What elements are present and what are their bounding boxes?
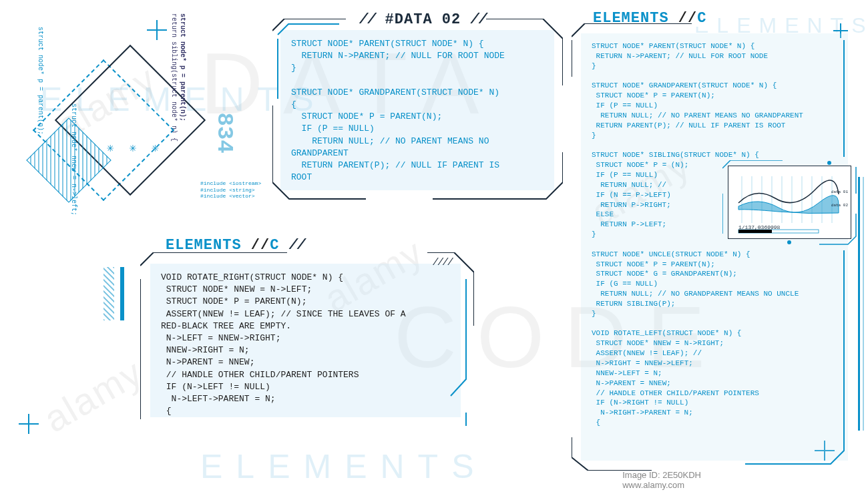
solid-bar	[120, 267, 124, 320]
chart-legend-1: data 01	[831, 190, 848, 194]
vert-code-2: return sibling(struct node* n) {	[170, 13, 178, 142]
panel-title-elements-right: ELEMENTS //C	[588, 10, 712, 27]
chart-legend-2: data 02	[831, 203, 848, 208]
panel-data-02: STRUCT NODE* PARENT(STRUCT NODE* N) { RE…	[280, 30, 554, 190]
code-block-data02: STRUCT NODE* PARENT(STRUCT NODE* N) { RE…	[280, 30, 554, 192]
hash-bar	[103, 267, 114, 320]
vert-code-1: struct node* p = parent(n);	[37, 27, 44, 135]
vert-code-4: struct node* nnew = n->left;	[70, 103, 77, 216]
mini-chart: 1/137,0369998 data 01 data 02	[728, 166, 851, 239]
slash-decor: ////	[433, 257, 453, 268]
panel-elements-c-left: VOID ROTATE_RIGHT(STRUCT NODE* N) { STRU…	[150, 264, 461, 417]
star-row-icon: ✳ ✳ ✳	[107, 140, 163, 155]
watermark-4: alamy	[36, 350, 150, 441]
right-accent-bar-2	[863, 177, 864, 431]
bg-text-elements-2: ELEMENTS	[200, 447, 487, 486]
panel-title-data02: // #DATA 02 //	[354, 11, 492, 28]
chart-value: 1/137,0369998	[738, 224, 780, 230]
include-lines: #include <iostream>#include <string>#inc…	[200, 180, 261, 200]
crosshair-icon	[19, 414, 39, 434]
watermark-ref: Image ID: 2E50KDH www.alamy.com	[622, 470, 701, 490]
crosshair-icon	[147, 20, 167, 40]
code-block-elements-c: VOID ROTATE_RIGHT(STRUCT NODE* N) { STRU…	[150, 264, 461, 425]
decor-number: 834	[212, 112, 237, 153]
panel-title-elements-c: ELEMENTS //C //	[160, 237, 310, 254]
right-accent-bar	[858, 177, 860, 431]
vert-code-3: struct node* p = parent(n);	[179, 13, 186, 121]
panel-elements-right: STRUCT NODE* PARENT(STRUCT NODE* N) { RE…	[581, 33, 848, 461]
